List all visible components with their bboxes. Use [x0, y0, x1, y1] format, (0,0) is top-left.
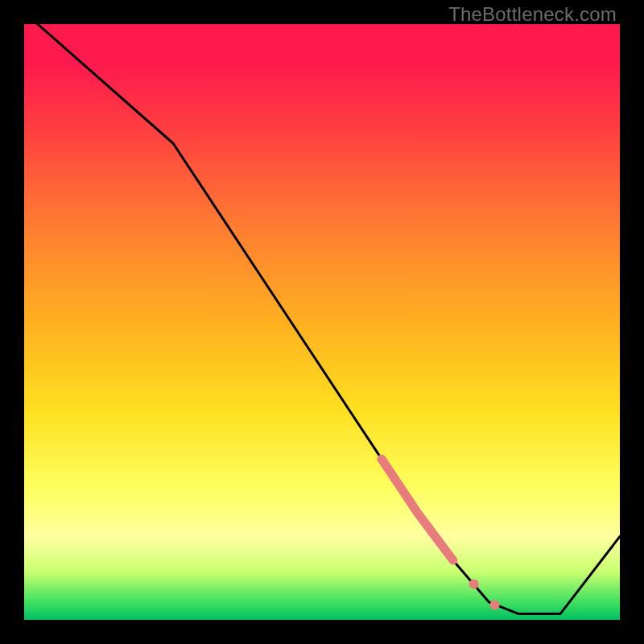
highlight-segment: [382, 459, 453, 560]
chart-svg: [24, 24, 620, 620]
watermark-label: TheBottleneck.com: [448, 3, 617, 26]
scatter-group: [469, 580, 500, 610]
scatter-point: [469, 580, 479, 589]
scatter-point: [490, 601, 500, 610]
plot-area: [24, 24, 620, 620]
chart-frame: TheBottleneck.com: [0, 0, 644, 644]
bottleneck-curve-line: [24, 12, 620, 613]
